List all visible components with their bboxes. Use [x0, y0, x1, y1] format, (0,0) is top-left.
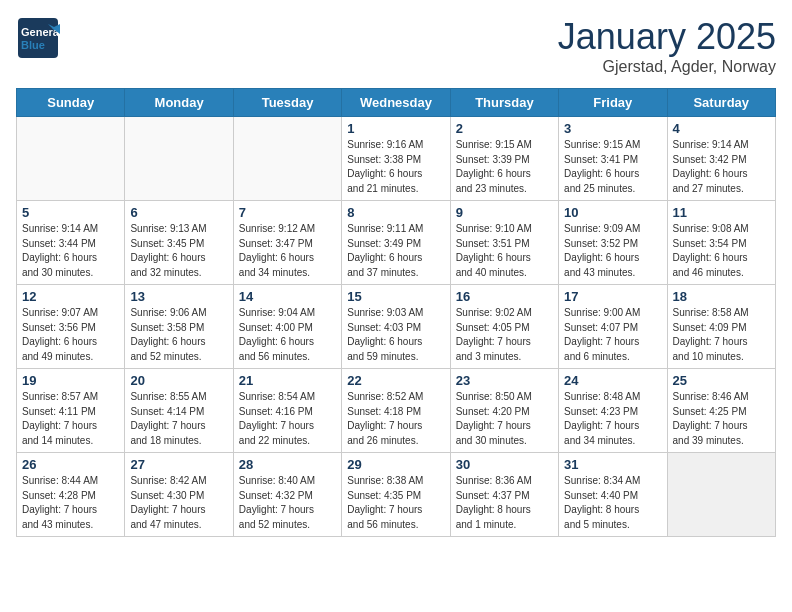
day-info: Sunrise: 9:10 AM Sunset: 3:51 PM Dayligh…: [456, 222, 553, 280]
day-info: Sunrise: 9:13 AM Sunset: 3:45 PM Dayligh…: [130, 222, 227, 280]
calendar-cell: [667, 453, 775, 537]
calendar-cell: 28Sunrise: 8:40 AM Sunset: 4:32 PM Dayli…: [233, 453, 341, 537]
day-number: 24: [564, 373, 661, 388]
logo: General Blue: [16, 16, 60, 60]
week-row-4: 19Sunrise: 8:57 AM Sunset: 4:11 PM Dayli…: [17, 369, 776, 453]
logo-icon: General Blue: [16, 16, 60, 60]
week-row-1: 1Sunrise: 9:16 AM Sunset: 3:38 PM Daylig…: [17, 117, 776, 201]
calendar-cell: 6Sunrise: 9:13 AM Sunset: 3:45 PM Daylig…: [125, 201, 233, 285]
day-info: Sunrise: 9:11 AM Sunset: 3:49 PM Dayligh…: [347, 222, 444, 280]
page-header: General Blue January 2025 Gjerstad, Agde…: [16, 16, 776, 76]
week-row-2: 5Sunrise: 9:14 AM Sunset: 3:44 PM Daylig…: [17, 201, 776, 285]
day-header-row: SundayMondayTuesdayWednesdayThursdayFrid…: [17, 89, 776, 117]
calendar-cell: 22Sunrise: 8:52 AM Sunset: 4:18 PM Dayli…: [342, 369, 450, 453]
day-info: Sunrise: 8:54 AM Sunset: 4:16 PM Dayligh…: [239, 390, 336, 448]
week-row-5: 26Sunrise: 8:44 AM Sunset: 4:28 PM Dayli…: [17, 453, 776, 537]
calendar-cell: 13Sunrise: 9:06 AM Sunset: 3:58 PM Dayli…: [125, 285, 233, 369]
day-header-wednesday: Wednesday: [342, 89, 450, 117]
calendar-cell: [233, 117, 341, 201]
day-info: Sunrise: 9:14 AM Sunset: 3:42 PM Dayligh…: [673, 138, 770, 196]
day-info: Sunrise: 9:16 AM Sunset: 3:38 PM Dayligh…: [347, 138, 444, 196]
day-info: Sunrise: 8:46 AM Sunset: 4:25 PM Dayligh…: [673, 390, 770, 448]
calendar-cell: 8Sunrise: 9:11 AM Sunset: 3:49 PM Daylig…: [342, 201, 450, 285]
day-number: 12: [22, 289, 119, 304]
calendar-cell: 20Sunrise: 8:55 AM Sunset: 4:14 PM Dayli…: [125, 369, 233, 453]
calendar-cell: 14Sunrise: 9:04 AM Sunset: 4:00 PM Dayli…: [233, 285, 341, 369]
calendar-cell: [125, 117, 233, 201]
day-info: Sunrise: 9:09 AM Sunset: 3:52 PM Dayligh…: [564, 222, 661, 280]
title-area: January 2025 Gjerstad, Agder, Norway: [558, 16, 776, 76]
calendar-cell: 18Sunrise: 8:58 AM Sunset: 4:09 PM Dayli…: [667, 285, 775, 369]
day-number: 23: [456, 373, 553, 388]
day-number: 18: [673, 289, 770, 304]
day-number: 3: [564, 121, 661, 136]
day-info: Sunrise: 9:00 AM Sunset: 4:07 PM Dayligh…: [564, 306, 661, 364]
day-header-sunday: Sunday: [17, 89, 125, 117]
day-number: 9: [456, 205, 553, 220]
calendar-cell: 24Sunrise: 8:48 AM Sunset: 4:23 PM Dayli…: [559, 369, 667, 453]
calendar-table: SundayMondayTuesdayWednesdayThursdayFrid…: [16, 88, 776, 537]
day-number: 4: [673, 121, 770, 136]
day-number: 6: [130, 205, 227, 220]
calendar-cell: 29Sunrise: 8:38 AM Sunset: 4:35 PM Dayli…: [342, 453, 450, 537]
day-header-saturday: Saturday: [667, 89, 775, 117]
calendar-cell: 30Sunrise: 8:36 AM Sunset: 4:37 PM Dayli…: [450, 453, 558, 537]
logo-container: General Blue: [16, 16, 60, 60]
calendar-cell: 25Sunrise: 8:46 AM Sunset: 4:25 PM Dayli…: [667, 369, 775, 453]
calendar-cell: 15Sunrise: 9:03 AM Sunset: 4:03 PM Dayli…: [342, 285, 450, 369]
day-number: 19: [22, 373, 119, 388]
day-info: Sunrise: 8:34 AM Sunset: 4:40 PM Dayligh…: [564, 474, 661, 532]
day-info: Sunrise: 8:40 AM Sunset: 4:32 PM Dayligh…: [239, 474, 336, 532]
calendar-cell: 26Sunrise: 8:44 AM Sunset: 4:28 PM Dayli…: [17, 453, 125, 537]
calendar-cell: 11Sunrise: 9:08 AM Sunset: 3:54 PM Dayli…: [667, 201, 775, 285]
day-number: 17: [564, 289, 661, 304]
day-info: Sunrise: 8:42 AM Sunset: 4:30 PM Dayligh…: [130, 474, 227, 532]
day-info: Sunrise: 9:14 AM Sunset: 3:44 PM Dayligh…: [22, 222, 119, 280]
day-header-tuesday: Tuesday: [233, 89, 341, 117]
day-info: Sunrise: 9:04 AM Sunset: 4:00 PM Dayligh…: [239, 306, 336, 364]
calendar-cell: 27Sunrise: 8:42 AM Sunset: 4:30 PM Dayli…: [125, 453, 233, 537]
day-info: Sunrise: 8:55 AM Sunset: 4:14 PM Dayligh…: [130, 390, 227, 448]
calendar-cell: 5Sunrise: 9:14 AM Sunset: 3:44 PM Daylig…: [17, 201, 125, 285]
day-number: 15: [347, 289, 444, 304]
day-info: Sunrise: 9:15 AM Sunset: 3:41 PM Dayligh…: [564, 138, 661, 196]
calendar-cell: 31Sunrise: 8:34 AM Sunset: 4:40 PM Dayli…: [559, 453, 667, 537]
calendar-cell: 23Sunrise: 8:50 AM Sunset: 4:20 PM Dayli…: [450, 369, 558, 453]
day-number: 13: [130, 289, 227, 304]
day-info: Sunrise: 8:52 AM Sunset: 4:18 PM Dayligh…: [347, 390, 444, 448]
calendar-cell: 4Sunrise: 9:14 AM Sunset: 3:42 PM Daylig…: [667, 117, 775, 201]
calendar-cell: 10Sunrise: 9:09 AM Sunset: 3:52 PM Dayli…: [559, 201, 667, 285]
calendar-cell: 1Sunrise: 9:16 AM Sunset: 3:38 PM Daylig…: [342, 117, 450, 201]
day-number: 25: [673, 373, 770, 388]
calendar-cell: 7Sunrise: 9:12 AM Sunset: 3:47 PM Daylig…: [233, 201, 341, 285]
calendar-cell: 17Sunrise: 9:00 AM Sunset: 4:07 PM Dayli…: [559, 285, 667, 369]
day-info: Sunrise: 9:12 AM Sunset: 3:47 PM Dayligh…: [239, 222, 336, 280]
day-number: 16: [456, 289, 553, 304]
day-number: 10: [564, 205, 661, 220]
day-info: Sunrise: 9:03 AM Sunset: 4:03 PM Dayligh…: [347, 306, 444, 364]
day-info: Sunrise: 9:02 AM Sunset: 4:05 PM Dayligh…: [456, 306, 553, 364]
calendar-cell: 16Sunrise: 9:02 AM Sunset: 4:05 PM Dayli…: [450, 285, 558, 369]
day-number: 27: [130, 457, 227, 472]
day-info: Sunrise: 8:38 AM Sunset: 4:35 PM Dayligh…: [347, 474, 444, 532]
day-number: 14: [239, 289, 336, 304]
day-number: 8: [347, 205, 444, 220]
day-info: Sunrise: 9:07 AM Sunset: 3:56 PM Dayligh…: [22, 306, 119, 364]
calendar-cell: [17, 117, 125, 201]
day-header-monday: Monday: [125, 89, 233, 117]
day-number: 26: [22, 457, 119, 472]
day-info: Sunrise: 8:58 AM Sunset: 4:09 PM Dayligh…: [673, 306, 770, 364]
svg-text:Blue: Blue: [21, 39, 45, 51]
day-header-thursday: Thursday: [450, 89, 558, 117]
day-info: Sunrise: 9:06 AM Sunset: 3:58 PM Dayligh…: [130, 306, 227, 364]
calendar-cell: 3Sunrise: 9:15 AM Sunset: 3:41 PM Daylig…: [559, 117, 667, 201]
day-number: 30: [456, 457, 553, 472]
day-info: Sunrise: 8:48 AM Sunset: 4:23 PM Dayligh…: [564, 390, 661, 448]
calendar-cell: 19Sunrise: 8:57 AM Sunset: 4:11 PM Dayli…: [17, 369, 125, 453]
day-info: Sunrise: 8:36 AM Sunset: 4:37 PM Dayligh…: [456, 474, 553, 532]
calendar-cell: 2Sunrise: 9:15 AM Sunset: 3:39 PM Daylig…: [450, 117, 558, 201]
day-number: 21: [239, 373, 336, 388]
day-info: Sunrise: 8:57 AM Sunset: 4:11 PM Dayligh…: [22, 390, 119, 448]
day-number: 28: [239, 457, 336, 472]
calendar-cell: 12Sunrise: 9:07 AM Sunset: 3:56 PM Dayli…: [17, 285, 125, 369]
